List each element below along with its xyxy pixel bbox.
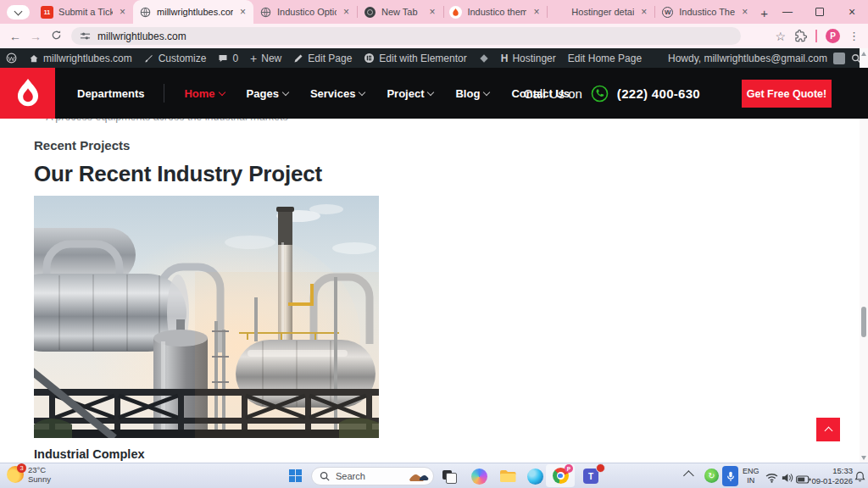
close-icon[interactable]: × (238, 6, 248, 18)
close-icon[interactable]: × (639, 6, 648, 18)
volume-icon[interactable] (781, 471, 793, 486)
tab-title: New Tab (381, 7, 423, 17)
tab-new-tab[interactable]: New Tab × (358, 0, 443, 24)
admin-plugin-diamond[interactable] (473, 48, 495, 68)
close-icon[interactable]: × (342, 6, 351, 18)
close-icon[interactable]: × (118, 6, 127, 18)
admin-customize[interactable]: Customize (138, 48, 213, 68)
address-bar[interactable]: millwrightlubes.com (71, 27, 741, 45)
search-placeholder: Search (336, 471, 402, 481)
whatsapp-icon[interactable] (590, 84, 609, 103)
scrollbar-down-button[interactable] (860, 452, 868, 463)
site-info-icon[interactable] (80, 30, 91, 42)
weather-widget[interactable]: 3 23°C Sunny (7, 465, 51, 484)
forward-button[interactable]: → (25, 30, 46, 43)
admin-site-name[interactable]: millwrightlubes.com (23, 48, 138, 68)
copilot-icon (471, 469, 487, 485)
tab-industico-options[interactable]: Industico Options ‹ m × (253, 0, 357, 24)
microphone-button[interactable] (722, 466, 738, 486)
flame-logo-icon (14, 77, 42, 109)
nav-departments[interactable]: Departments (66, 87, 155, 100)
tray-expand-icon[interactable] (683, 470, 694, 481)
nav-label: Blog (455, 87, 480, 100)
wp-logo-button[interactable] (0, 48, 23, 68)
nav-services[interactable]: Services (299, 87, 376, 100)
wordpress-icon (6, 53, 17, 64)
task-view-button[interactable] (439, 466, 461, 486)
chevron-down-icon (359, 88, 365, 95)
minimize-icon: — (782, 6, 793, 18)
howdy-label[interactable]: Howdy, millwrightlubes@gmail.com (668, 53, 827, 64)
tray-update-icon[interactable]: ↻ (704, 469, 719, 483)
reload-button[interactable] (46, 30, 66, 43)
extensions-icon[interactable] (794, 30, 807, 42)
back-button[interactable]: ← (5, 30, 25, 43)
project-caption[interactable]: Industrial Complex (34, 447, 145, 461)
site-logo[interactable] (0, 68, 55, 119)
weather-text: 23°C Sunny (28, 465, 51, 484)
nav-home[interactable]: Home (173, 87, 235, 100)
customize-label: Customize (159, 53, 207, 64)
wp-admin-bar: millwrightlubes.com Customize 0 + New Ed… (0, 48, 868, 68)
window-controls: — × (771, 0, 868, 24)
nav-pages[interactable]: Pages (236, 87, 299, 100)
language-line2: IN (743, 476, 760, 485)
language-indicator[interactable]: ENG IN (743, 467, 760, 485)
nav-label: Departments (77, 87, 144, 100)
admin-edit-elementor[interactable]: Edit with Elementor (358, 48, 472, 68)
comment-icon (218, 53, 228, 64)
wifi-icon[interactable] (765, 471, 778, 486)
profile-avatar[interactable]: P (826, 29, 840, 43)
close-window-button[interactable]: × (836, 0, 868, 24)
admin-edit-home[interactable]: Edit Home Page (562, 48, 648, 68)
project-image[interactable] (34, 196, 379, 438)
teams-button[interactable]: T (580, 466, 602, 486)
start-button[interactable] (289, 469, 302, 482)
scroll-to-top-button[interactable] (816, 418, 840, 441)
file-explorer-button[interactable] (497, 466, 519, 486)
tab-hostinger-details[interactable]: Hostinger details × (548, 0, 654, 24)
nav-label: Pages (247, 87, 279, 100)
bookmark-star-icon[interactable]: ☆ (775, 30, 786, 43)
clock[interactable]: 15:33 09-01-2026 (804, 466, 853, 486)
admin-hostinger[interactable]: H Hostinger (495, 48, 562, 68)
nav-project[interactable]: Project (376, 87, 444, 100)
scrollbar-up-button[interactable] (860, 48, 868, 58)
section-label: Recent Projects (34, 138, 130, 152)
chevron-down-icon (427, 88, 434, 95)
edit-home-label: Edit Home Page (568, 53, 642, 64)
admin-new[interactable]: + New (244, 48, 287, 68)
maximize-button[interactable] (804, 0, 836, 24)
close-icon[interactable]: × (740, 6, 749, 18)
tab-industico-theme[interactable]: W Industico Theme Plu × (655, 0, 755, 24)
nav-label: Home (184, 87, 214, 100)
admin-edit-page[interactable]: Edit Page (287, 48, 358, 68)
menu-dots-icon[interactable]: ⋮ (849, 30, 860, 42)
notification-bell-icon[interactable] (854, 470, 865, 485)
chrome-button[interactable]: P (546, 464, 575, 487)
close-icon[interactable]: × (531, 6, 541, 18)
triangle-up-icon (861, 52, 866, 56)
taskbar-search[interactable]: Search (311, 467, 434, 485)
teams-badge (596, 463, 605, 473)
minimize-button[interactable]: — (771, 0, 804, 24)
tab-millwrightlubes[interactable]: millwrightlubes.com × (133, 0, 253, 24)
flame-favicon-icon (449, 6, 462, 19)
elementor-icon (364, 53, 375, 64)
scrollbar-thumb[interactable] (861, 307, 866, 337)
divider (815, 30, 817, 42)
admin-comments[interactable]: 0 (212, 48, 244, 68)
browser-tab-strip: 11 Submit a Ticket - #19 × millwrightlub… (0, 0, 868, 24)
admin-avatar (833, 53, 845, 64)
close-icon[interactable]: × (428, 6, 437, 18)
phone-number[interactable]: (222) 400-630 (617, 86, 700, 101)
new-tab-button[interactable]: + (760, 6, 768, 20)
tab-search-button[interactable] (7, 5, 30, 19)
get-free-quote-button[interactable]: Get Free Quote! (742, 80, 832, 108)
nav-blog[interactable]: Blog (444, 87, 500, 100)
edge-button[interactable] (524, 466, 546, 486)
copilot-button[interactable] (468, 466, 490, 486)
tab-industico-docs[interactable]: Industico theme doc × (443, 0, 547, 24)
tab-submit-ticket[interactable]: 11 Submit a Ticket - #19 × (35, 0, 133, 24)
home-icon (29, 53, 39, 64)
